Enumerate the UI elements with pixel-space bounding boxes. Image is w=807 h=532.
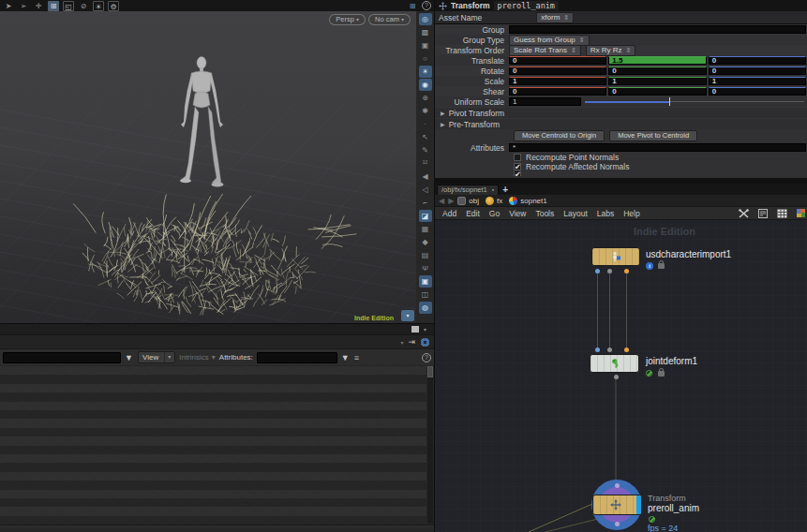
rotate-x-input[interactable]: 0 [509,66,606,75]
filter-funnel-icon[interactable]: ▼ [125,353,134,362]
input-dot-gray[interactable] [607,347,612,352]
vertical-scrollbar[interactable] [427,366,433,524]
options-menu-icon[interactable]: ≡ [354,353,360,362]
display-flag[interactable] [636,495,641,514]
high-quality-light-icon[interactable]: ◉ [419,79,432,91]
intrinsics-dropdown[interactable]: Intrinsics ▾ [179,353,216,362]
node-preroll-anim[interactable] [592,495,642,515]
uniform-scale-input[interactable]: 1 [509,97,581,106]
checkbox[interactable] [514,163,521,170]
expand-arrow-icon[interactable]: ▶ [441,110,445,116]
add-tab-button[interactable]: + [502,185,508,195]
filter-funnel-icon[interactable]: ▼ [341,353,351,362]
radial-menu-button[interactable]: ▾ [401,310,414,321]
shear-x-input[interactable]: 0 [509,87,606,96]
breadcrumb-item-fx[interactable]: fx [486,197,502,205]
vertex-markers-icon[interactable]: ✎ [419,144,432,156]
material-preview-icon[interactable]: ◫ [419,288,432,301]
pane-tab-bar[interactable]: ▾ ⇥ [0,334,434,348]
scale-y-input[interactable]: 1 [608,77,706,85]
camera-menu[interactable]: No cam ▾ [368,14,411,25]
snap-disabled-icon[interactable]: ⊘ [78,1,89,11]
menu-tools[interactable]: Tools [535,209,554,218]
parameters-list-icon[interactable] [758,209,768,218]
group-input[interactable] [509,25,806,34]
scale-z-input[interactable]: 1 [709,77,806,85]
network-path-tab[interactable]: /obj/fx/sopnet1 ▪ [437,185,499,195]
menu-edit[interactable]: Edit [466,209,480,218]
scrollbar-thumb[interactable] [427,366,433,377]
shaded-mode-icon[interactable]: ◪ [419,210,432,222]
rotate-y-input[interactable]: 0 [608,66,706,75]
lock-camera-icon[interactable]: ▣ [419,39,432,52]
select-objects-icon[interactable]: ➤ [3,1,14,11]
translate-z-input[interactable]: 0 [709,56,806,65]
input-dot-blue[interactable] [595,347,600,352]
menu-labs[interactable]: Labs [597,209,614,218]
checkbox[interactable] [514,171,521,176]
lighting-icon[interactable]: ☀ [419,66,432,78]
move-pivot-to-centroid-button[interactable]: Move Pivot to Centroid [609,130,697,141]
network-canvas[interactable]: Indie Edition usdcharacterimport1 i [435,220,807,532]
stowbar-grid-icon[interactable]: ⊞ [407,1,418,11]
section-pre-transform[interactable]: Pre-Transform [449,120,500,129]
breadcrumb-item-obj[interactable]: obj [457,197,479,205]
color-palette-icon[interactable] [797,209,805,217]
pin-pane-icon[interactable]: ⇥ [408,337,415,347]
menu-view[interactable]: View [509,209,526,218]
rotate-z-input[interactable]: 0 [709,66,806,75]
prim-normals-icon[interactable]: ◀ [419,170,432,183]
scale-x-input[interactable]: 1 [509,77,606,85]
view-mode-dropdown[interactable]: View ▾ [138,351,175,363]
info-badge-icon[interactable]: i [646,262,653,270]
node-usdcharacterimport1[interactable] [591,247,640,266]
group-list-icon[interactable]: Ψ [419,262,432,274]
bypass-badge-icon[interactable] [649,516,655,523]
scene-viewport[interactable]: Persp ▾ No cam ▾ Indie Edition ▾ [0,11,416,323]
visualizers-icon[interactable]: ▣ [419,275,432,288]
tools-wrench-icon[interactable] [739,209,749,218]
output-dot-gray[interactable] [607,269,612,273]
headlight-icon[interactable]: ○ [419,52,432,65]
reflections-icon[interactable]: ✱ [419,105,432,117]
breadcrumb-item-sopnet1[interactable]: sopnet1 [509,197,546,205]
uniform-scale-slider[interactable] [585,97,806,106]
shear-z-input[interactable]: 0 [709,87,806,96]
compass-linking-icon[interactable] [420,337,430,347]
xform-order-dropdown[interactable]: Scale Rot Trans ⇕ [509,45,581,56]
prim-hulls-icon[interactable]: ◁ [419,184,432,196]
help-icon[interactable]: ? [422,353,431,362]
menu-go[interactable]: Go [489,209,500,218]
lock-badge-icon[interactable] [658,263,665,269]
snap-options-icon[interactable]: ☀ [93,1,104,11]
attributes-input[interactable]: * [509,143,806,152]
bypass-badge-icon[interactable] [646,370,652,377]
point-normals-icon[interactable]: ↖ [419,131,432,143]
input-dot-orange[interactable] [624,347,629,352]
handles-tool-icon[interactable]: ⊞ [48,1,59,11]
geometry-spreadsheet[interactable] [0,365,434,532]
table-grid-icon[interactable] [777,209,787,218]
menu-layout[interactable]: Layout [563,209,588,218]
corner-marker-icon[interactable]: ⌐ [419,197,432,209]
stowed-pane-bar[interactable]: ▾ [0,323,434,334]
view-tool-icon[interactable]: ◱ [63,1,74,11]
chevron-down-icon[interactable]: ▾ [424,326,426,332]
points-display-icon[interactable]: · [419,118,432,130]
close-tab-icon[interactable]: ▪ [492,185,494,195]
output-dot-blue[interactable] [595,269,600,273]
menu-add[interactable]: Add [442,209,456,218]
translate-y-input[interactable]: 1.5 [608,56,706,65]
wireframe-icon[interactable]: ▦ [419,223,432,235]
secure-selection-icon[interactable]: ◎ [419,13,432,25]
show-selected-icon[interactable]: ▩ [419,26,432,38]
stowed-pane-icon[interactable] [411,326,419,332]
node-jointdeform1[interactable] [590,354,639,373]
attributes-filter-input[interactable] [257,352,337,363]
checkbox[interactable] [514,154,521,161]
display-options-icon[interactable]: ▤ [419,249,432,261]
help-icon[interactable]: ? [422,1,431,10]
output-dot-gray[interactable] [614,375,619,379]
chevron-down-icon[interactable]: ▾ [400,339,403,346]
group-type-dropdown[interactable]: Guess from Group ⇕ [509,35,590,46]
